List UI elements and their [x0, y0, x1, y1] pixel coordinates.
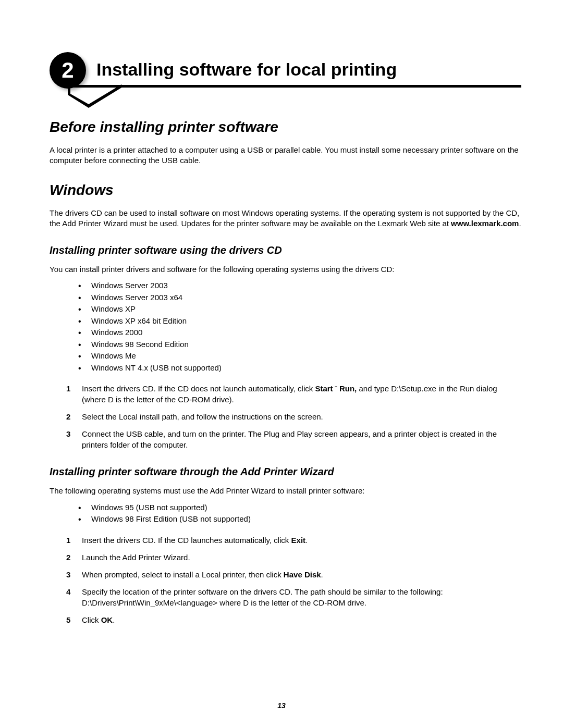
section2-text: The drivers CD can be used to install so… [50, 208, 519, 228]
bold-text: Run, [339, 384, 357, 393]
section-heading-before-install: Before installing printer software [50, 119, 521, 135]
section-heading-windows: Windows [50, 182, 521, 199]
step-text: Connect the USB cable, and turn on the p… [82, 429, 497, 449]
bold-text: Start [315, 384, 333, 393]
sub1-intro: You can install printer drivers and soft… [50, 264, 521, 275]
list-item: Windows 98 Second Edition [78, 339, 521, 351]
chapter-underline [63, 85, 521, 88]
chapter-header: 2 Installing software for local printing [50, 52, 521, 88]
section2-para: The drivers CD can be used to install so… [50, 208, 521, 229]
step-text: Insert the drivers CD. If the CD does no… [82, 384, 315, 393]
step-item: 1Insert the drivers CD. If the CD does n… [66, 383, 521, 405]
os-list-wizard: Windows 95 (USB not supported)Windows 98… [78, 502, 521, 525]
step-number: 2 [66, 552, 70, 563]
step-number: 2 [66, 411, 70, 422]
list-item: Windows Server 2003 [78, 280, 521, 292]
step-text: . [321, 570, 323, 579]
bold-text: OK [101, 615, 113, 624]
step-text: . [113, 615, 115, 624]
step-item: 3Connect the USB cable, and turn on the … [66, 428, 521, 450]
section2-text-end: . [519, 219, 521, 228]
step-item: 3When prompted, select to install a Loca… [66, 569, 521, 580]
list-item: Windows Me [78, 350, 521, 362]
section1-para: A local printer is a printer attached to… [50, 145, 521, 166]
list-item: Windows XP [78, 303, 521, 315]
bold-text: Exit [291, 536, 306, 545]
lexmark-url: www.lexmark.com [451, 219, 519, 228]
steps-list-cd: 1Insert the drivers CD. If the CD does n… [66, 383, 521, 450]
step-item: 2Select the Local install path, and foll… [66, 411, 521, 422]
list-item: Windows 2000 [78, 327, 521, 339]
list-item: Windows NT 4.x (USB not supported) [78, 362, 521, 374]
step-text: Select the Local install path, and follo… [82, 412, 323, 421]
step-number: 1 [66, 535, 70, 546]
list-item: Windows XP x64 bit Edition [78, 315, 521, 327]
step-text: When prompted, select to install a Local… [82, 570, 284, 579]
chapter-number-badge: 2 [50, 52, 86, 89]
step-number: 4 [66, 586, 70, 597]
os-list-cd: Windows Server 2003Windows Server 2003 x… [78, 280, 521, 374]
step-text: Click [82, 615, 101, 624]
chapter-title: Installing software for local printing [50, 52, 521, 85]
subsection-heading-drivers-cd: Installing printer software using the dr… [50, 244, 521, 256]
subsection-heading-add-printer-wizard: Installing printer software through the … [50, 466, 521, 478]
sub2-intro: The following operating systems must use… [50, 486, 521, 496]
step-text: Launch the Add Printer Wizard. [82, 553, 190, 562]
steps-list-wizard: 1Insert the drivers CD. If the CD launch… [66, 535, 521, 625]
list-item: Windows 98 First Edition (USB not suppor… [78, 513, 521, 525]
list-item: Windows 95 (USB not supported) [78, 502, 521, 514]
bold-text: Have Disk [284, 570, 321, 579]
chapter-number: 2 [62, 58, 74, 83]
list-item: Windows Server 2003 x64 [78, 292, 521, 304]
step-text: Specify the location of the printer soft… [82, 587, 443, 607]
step-item: 2Launch the Add Printer Wizard. [66, 552, 521, 563]
step-item: 4Specify the location of the printer sof… [66, 586, 521, 608]
step-number: 5 [66, 614, 70, 625]
step-number: 3 [66, 428, 70, 439]
step-item: 5Click OK. [66, 614, 521, 625]
step-number: 3 [66, 569, 70, 580]
step-text: Insert the drivers CD. If the CD launche… [82, 536, 291, 545]
step-number: 1 [66, 383, 70, 394]
step-item: 1Insert the drivers CD. If the CD launch… [66, 535, 521, 546]
step-text: . [305, 536, 308, 545]
chapter-tail-icon [63, 84, 125, 110]
page-number: 13 [0, 701, 563, 710]
